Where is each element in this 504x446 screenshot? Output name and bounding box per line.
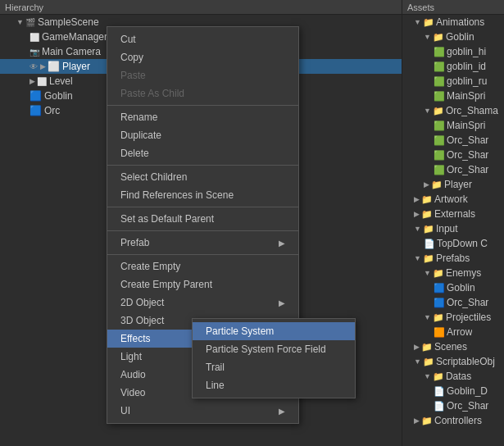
menu-cut-label: Cut [120, 34, 136, 45]
menu-audio-label: Audio [120, 369, 146, 380]
folder-icon: 📁 [433, 312, 444, 323]
menu-create-empty-label: Create Empty [120, 261, 180, 272]
asset-item[interactable]: ▼ 📁 Prefabs [402, 251, 504, 266]
asset-label: Orc_Shar [447, 297, 488, 308]
hierarchy-item-label: Main Camera [42, 46, 101, 57]
expand-arrow-icon: ▶ [414, 195, 420, 203]
asset-label: Arrow [447, 326, 472, 338]
submenu-particle-system[interactable]: Particle System [193, 322, 355, 340]
menu-create-empty-parent[interactable]: Create Empty Parent [107, 275, 298, 294]
gameobj-icon: ⬜ [37, 77, 47, 86]
submenu-line-label: Line [206, 380, 225, 391]
expand-arrow-icon: ▼ [414, 254, 421, 262]
asset-item[interactable]: ▼ 📁 Animations [402, 15, 504, 30]
menu-set-default-parent[interactable]: Set as Default Parent [107, 210, 298, 228]
menu-light-label: Light [120, 351, 142, 362]
expand-arrow-icon: ▼ [414, 357, 421, 366]
effects-submenu: Particle System Particle System Force Fi… [192, 318, 356, 398]
menu-duplicate[interactable]: Duplicate [107, 126, 298, 144]
asset-label: Controllers [434, 415, 482, 426]
expand-arrow: ▼ [16, 18, 24, 26]
submenu-particle-system-force-field[interactable]: Particle System Force Field [193, 340, 355, 358]
menu-paste-label: Paste [120, 70, 146, 81]
asset-item[interactable]: 📄 TopDown C [402, 236, 504, 251]
menu-copy[interactable]: Copy [107, 48, 298, 66]
asset-item[interactable]: 🟩 goblin_ru [402, 74, 504, 89]
submenu-trail[interactable]: Trail [193, 358, 355, 376]
asset-label: goblin_ru [447, 75, 487, 87]
asset-label: Orc_Shar [447, 134, 488, 146]
menu-select-children-label: Select Children [120, 171, 187, 183]
menu-rename[interactable]: Rename [107, 108, 298, 126]
asset-item[interactable]: ▼ 📁 Input [402, 221, 504, 236]
asset-item[interactable]: 🟩 MainSpri [402, 89, 504, 103]
asset-item[interactable]: 🟦 Goblin [402, 280, 504, 295]
asset-label: Orc_Shar [447, 164, 488, 175]
asset-label: MainSpri [447, 90, 485, 102]
camera-icon: 📷 [30, 48, 39, 57]
separator [107, 230, 298, 231]
menu-prefab[interactable]: Prefab ▶ [107, 234, 298, 252]
prefab-icon: 🟦 [434, 298, 445, 308]
menu-delete[interactable]: Delete [107, 144, 298, 162]
menu-select-children[interactable]: Select Children [107, 168, 298, 186]
asset-item[interactable]: ▶ 📁 Player [402, 177, 504, 192]
submenu-line[interactable]: Line [193, 376, 355, 394]
expand-arrow-icon: ▶ [414, 210, 420, 218]
asset-item[interactable]: 🟩 Orc_Shar [402, 133, 504, 148]
menu-find-references[interactable]: Find References in Scene [107, 186, 298, 204]
sprite-icon: 🟩 [434, 135, 445, 146]
menu-create-empty[interactable]: Create Empty [107, 257, 298, 275]
asset-item[interactable]: 🟩 MainSpri [402, 118, 504, 133]
asset-item[interactable]: 🟩 Orc_Shar [402, 162, 504, 177]
gameobj-icon: ⬜ [48, 61, 60, 72]
asset-item[interactable]: ▼ 📁 ScriptableObj [402, 354, 504, 369]
asset-label: Animations [436, 16, 484, 28]
menu-ui[interactable]: UI ▶ [107, 402, 298, 420]
asset-label: Enemys [446, 267, 481, 279]
expand-arrow-icon: ▶ [414, 343, 420, 351]
asset-label: Goblin_D [447, 385, 488, 397]
asset-item[interactable]: 🟦 Orc_Shar [402, 295, 504, 310]
submenu-particle-system-label: Particle System [206, 325, 274, 337]
menu-2d-object-label: 2D Object [120, 297, 164, 308]
expand-arrow-icon: ▼ [424, 107, 431, 115]
hierarchy-item-label: Goblin [44, 90, 73, 102]
separator [107, 105, 298, 106]
hierarchy-item-label: GameManager [42, 31, 107, 43]
asset-item[interactable]: ▶ 📁 Scenes [402, 339, 504, 354]
asset-item[interactable]: ▼ 📁 Enemys [402, 266, 504, 280]
asset-item[interactable]: 🟩 Orc_Shar [402, 148, 504, 162]
folder-icon: 📁 [423, 224, 434, 234]
prefab-icon: 🟦 [30, 90, 42, 102]
folder-icon: 📁 [421, 209, 433, 220]
asset-item[interactable]: ▼ 📁 Projectiles [402, 310, 504, 325]
menu-2d-object[interactable]: 2D Object ▶ [107, 294, 298, 312]
submenu-trail-label: Trail [206, 362, 225, 373]
asset-item[interactable]: 🟧 Arrow [402, 325, 504, 339]
hierarchy-item-label: Player [62, 61, 90, 72]
asset-item[interactable]: ▼ 📁 Goblin [402, 30, 504, 44]
folder-icon: 📁 [431, 180, 443, 190]
asset-item[interactable]: ▶ 📁 Controllers [402, 413, 504, 428]
menu-cut[interactable]: Cut [107, 30, 298, 48]
menu-effects-label: Effects [120, 333, 150, 344]
script-icon: 📄 [424, 239, 435, 249]
asset-item[interactable]: ▼ 📁 Datas [402, 369, 504, 384]
expand-arrow: ▶ [30, 77, 35, 85]
asset-item[interactable]: ▶ 📁 Artwork [402, 192, 504, 207]
asset-item[interactable]: 📄 Goblin_D [402, 384, 504, 398]
asset-item[interactable]: 📄 Orc_Shar [402, 398, 504, 413]
hierarchy-item-label: Orc [44, 105, 60, 116]
folder-icon: 📁 [423, 17, 434, 28]
asset-item[interactable]: ▶ 📁 Externals [402, 207, 504, 221]
menu-find-references-label: Find References in Scene [120, 189, 234, 201]
asset-item[interactable]: 🟩 goblin_id [402, 59, 504, 74]
asset-item[interactable]: ▼ 📁 Orc_Shama [402, 103, 504, 118]
asset-label: Prefabs [436, 253, 470, 264]
sprite-icon: 🟩 [434, 165, 445, 175]
hierarchy-item-label: Level [49, 75, 73, 87]
sprite-icon: 🟩 [434, 91, 445, 102]
asset-item[interactable]: 🟩 goblin_hi [402, 44, 504, 59]
separator [107, 165, 298, 166]
